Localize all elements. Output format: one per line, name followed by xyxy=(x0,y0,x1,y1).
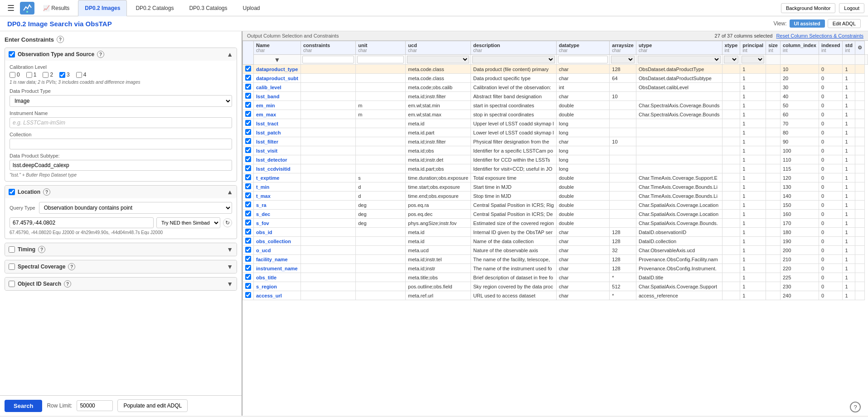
row-checkbox[interactable] xyxy=(245,256,251,262)
calib-1[interactable]: 1 xyxy=(26,72,37,78)
tab-results[interactable]: 📈 Results xyxy=(36,0,76,16)
filter-datatype[interactable] xyxy=(610,55,636,65)
row-checkbox[interactable] xyxy=(245,111,251,117)
observation-type-header[interactable]: Observation Type and Source ? ▲ xyxy=(5,48,237,61)
instrument-name-input[interactable] xyxy=(10,117,232,128)
td-checkbox[interactable] xyxy=(243,164,254,173)
row-checkbox[interactable] xyxy=(245,120,251,126)
td-checkbox[interactable] xyxy=(243,128,254,137)
ned-simbad-select[interactable]: Try NED then Simbad xyxy=(156,217,220,228)
tab-dp02-catalogs[interactable]: DP0.2 Catalogs xyxy=(129,0,180,16)
observation-type-checkbox[interactable] xyxy=(9,51,15,58)
calib-2[interactable]: 2 xyxy=(43,72,53,78)
object-id-help-icon[interactable]: ? xyxy=(64,280,71,288)
reset-col-link[interactable]: Reset Column Selections & Constraints xyxy=(776,33,863,38)
object-id-collapse-icon[interactable]: ▼ xyxy=(227,280,233,288)
td-checkbox[interactable] xyxy=(243,282,254,291)
filter-arraysize-select[interactable] xyxy=(638,56,721,63)
row-checkbox[interactable] xyxy=(245,247,251,253)
filter-utype-select[interactable] xyxy=(724,56,739,63)
location-help-icon[interactable]: ? xyxy=(43,188,50,196)
calib-3[interactable]: 3 xyxy=(59,72,70,78)
td-checkbox[interactable] xyxy=(243,101,254,110)
td-checkbox[interactable] xyxy=(243,182,254,192)
object-id-checkbox[interactable] xyxy=(9,281,15,287)
td-checkbox[interactable] xyxy=(243,210,254,219)
ui-assisted-button[interactable]: UI assisted xyxy=(790,19,825,28)
td-checkbox[interactable] xyxy=(243,92,254,101)
spectral-collapse-icon[interactable]: ▼ xyxy=(227,263,233,270)
query-type-select[interactable]: Observation boundary contains point xyxy=(39,202,232,214)
timing-header[interactable]: Timing ? ▼ xyxy=(5,243,237,256)
row-checkbox[interactable] xyxy=(245,183,251,189)
row-checkbox[interactable] xyxy=(245,192,251,198)
tab-dp03-catalogs[interactable]: DP0.3 Catalogs xyxy=(182,0,234,16)
filter-name-input[interactable] xyxy=(302,56,354,63)
populate-adql-button[interactable]: Populate and edit ADQL xyxy=(117,399,188,412)
row-checkbox[interactable] xyxy=(245,292,251,298)
search-button[interactable]: Search xyxy=(5,400,42,412)
row-limit-input[interactable] xyxy=(77,400,113,411)
td-checkbox[interactable] xyxy=(243,291,254,300)
observation-type-collapse-icon[interactable]: ▲ xyxy=(227,51,233,58)
row-checkbox[interactable] xyxy=(245,274,251,280)
td-checkbox[interactable] xyxy=(243,119,254,128)
location-section-header[interactable]: Location ? ▲ xyxy=(5,186,237,198)
object-id-header[interactable]: Object ID Search ? ▼ xyxy=(5,278,237,290)
background-monitor-button[interactable]: Background Monitor xyxy=(781,3,835,13)
row-checkbox[interactable] xyxy=(245,147,251,153)
row-checkbox[interactable] xyxy=(245,156,251,162)
td-checkbox[interactable] xyxy=(243,273,254,282)
filter-ucd-select[interactable] xyxy=(472,56,555,63)
calib-4[interactable]: 4 xyxy=(76,72,87,78)
filter-description-input[interactable] xyxy=(558,56,608,63)
row-checkbox[interactable] xyxy=(245,102,251,108)
td-checkbox[interactable] xyxy=(243,264,254,273)
row-checkbox[interactable] xyxy=(245,211,251,216)
observation-type-help-icon[interactable]: ? xyxy=(97,51,104,58)
row-checkbox[interactable] xyxy=(245,66,251,72)
filter-ucd[interactable] xyxy=(471,55,557,65)
td-checkbox[interactable] xyxy=(243,246,254,255)
filter-name[interactable] xyxy=(301,55,355,65)
td-checkbox[interactable] xyxy=(243,192,254,201)
row-checkbox[interactable] xyxy=(245,238,251,244)
data-product-type-select[interactable]: Image xyxy=(10,95,232,107)
td-checkbox[interactable] xyxy=(243,255,254,264)
td-checkbox[interactable] xyxy=(243,173,254,182)
tab-upload[interactable]: Upload xyxy=(236,0,267,16)
tab-dp02-images[interactable]: DP0.2 Images xyxy=(78,0,127,16)
timing-collapse-icon[interactable]: ▼ xyxy=(227,246,233,253)
resolve-icon[interactable]: ↻ xyxy=(223,218,232,227)
td-checkbox[interactable] xyxy=(243,237,254,246)
spectral-checkbox[interactable] xyxy=(9,264,15,270)
row-checkbox[interactable] xyxy=(245,201,251,207)
spectral-help-icon[interactable]: ? xyxy=(68,263,75,270)
calib-0[interactable]: 0 xyxy=(10,72,20,78)
td-checkbox[interactable] xyxy=(243,201,254,210)
td-checkbox[interactable] xyxy=(243,219,254,228)
timing-checkbox[interactable] xyxy=(9,246,15,253)
filter-arraysize[interactable] xyxy=(636,55,723,65)
filter-utype[interactable] xyxy=(722,55,740,65)
filter-datatype-select[interactable] xyxy=(611,56,635,63)
row-checkbox[interactable] xyxy=(245,229,251,235)
row-checkbox[interactable] xyxy=(245,93,251,99)
td-checkbox[interactable] xyxy=(243,65,254,74)
row-checkbox[interactable] xyxy=(245,75,251,81)
td-checkbox[interactable] xyxy=(243,110,254,119)
spectral-coverage-header[interactable]: Spectral Coverage ? ▼ xyxy=(5,260,237,273)
row-checkbox[interactable] xyxy=(245,220,251,225)
td-checkbox[interactable] xyxy=(243,146,254,155)
td-checkbox[interactable] xyxy=(243,155,254,164)
bottom-help-button[interactable]: ? xyxy=(850,402,861,412)
coords-input[interactable] xyxy=(10,217,154,228)
edit-adql-button[interactable]: Edit ADQL xyxy=(828,19,861,28)
filter-xtype[interactable] xyxy=(740,55,766,65)
filter-xtype-select[interactable] xyxy=(742,56,764,63)
filter-constraints[interactable] xyxy=(356,55,406,65)
td-checkbox[interactable] xyxy=(243,137,254,146)
td-checkbox[interactable] xyxy=(243,83,254,92)
location-checkbox[interactable] xyxy=(9,189,15,195)
enter-constraints-help-icon[interactable]: ? xyxy=(57,36,64,43)
